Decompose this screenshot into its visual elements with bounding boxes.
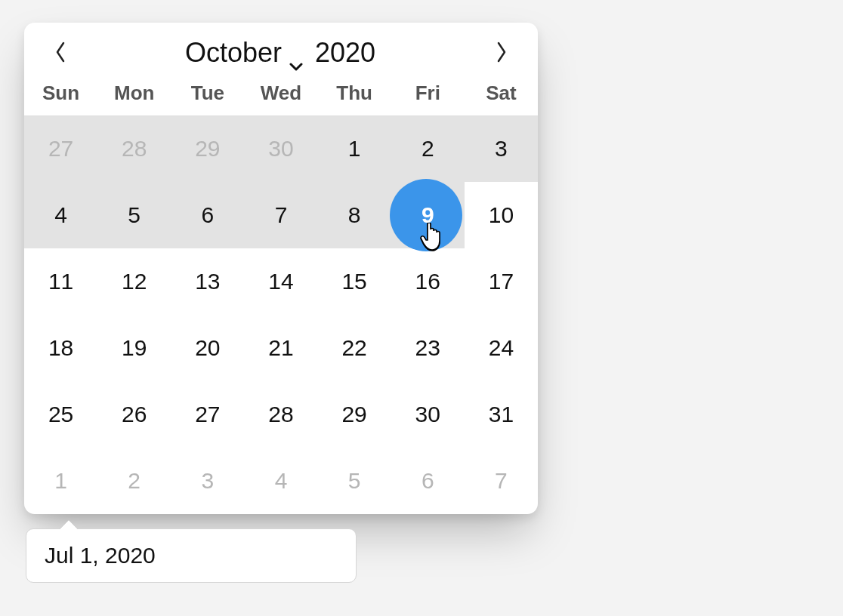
popover-arrow-icon <box>60 520 78 529</box>
day-cell[interactable]: 26 <box>97 381 171 448</box>
day-cell[interactable]: 21 <box>244 315 317 381</box>
next-month-button[interactable] <box>485 36 518 69</box>
day-cell[interactable]: 25 <box>24 381 97 448</box>
day-cell[interactable]: 3 <box>171 448 244 514</box>
day-cell[interactable]: 31 <box>465 381 538 448</box>
day-cell-range-end[interactable]: 9 <box>391 182 465 248</box>
calendar-grid: 27 28 29 30 1 2 3 4 5 6 7 8 9 10 11 12 1… <box>24 116 538 514</box>
day-cell[interactable]: 11 <box>24 248 97 315</box>
weekday-row: Sun Mon Tue Wed Thu Fri Sat <box>24 79 538 116</box>
day-cell[interactable]: 5 <box>318 448 391 514</box>
weekday-wed: Wed <box>244 82 317 105</box>
week-row: 4 5 6 7 8 9 10 <box>24 182 538 248</box>
svg-marker-0 <box>60 520 78 529</box>
year-label: 2020 <box>315 37 375 68</box>
weekday-sun: Sun <box>24 82 97 105</box>
week-row: 25 26 27 28 29 30 31 <box>24 381 538 448</box>
day-cell[interactable]: 4 <box>24 182 97 248</box>
day-cell[interactable]: 14 <box>244 248 317 315</box>
day-cell[interactable]: 12 <box>97 248 171 315</box>
calendar-header: October 2020 <box>24 23 538 79</box>
calendar-title: October 2020 <box>185 37 377 69</box>
day-cell[interactable]: 15 <box>318 248 391 315</box>
prev-month-button[interactable] <box>44 36 77 69</box>
day-cell[interactable]: 8 <box>318 182 391 248</box>
month-label: October <box>185 37 282 69</box>
weekday-mon: Mon <box>97 82 171 105</box>
day-cell[interactable]: 1 <box>318 116 391 182</box>
day-cell[interactable]: 17 <box>465 248 538 315</box>
weekday-fri: Fri <box>391 82 465 105</box>
day-cell[interactable]: 7 <box>465 448 538 514</box>
day-cell[interactable]: 28 <box>97 116 171 182</box>
day-cell[interactable]: 30 <box>391 381 465 448</box>
chevron-right-icon <box>495 41 508 66</box>
date-input-value: Jul 1, 2020 <box>45 543 156 568</box>
chevron-left-icon <box>54 41 67 66</box>
week-row: 27 28 29 30 1 2 3 <box>24 116 538 182</box>
year-select[interactable]: 2020 <box>313 37 377 69</box>
week-row: 18 19 20 21 22 23 24 <box>24 315 538 381</box>
day-cell[interactable]: 16 <box>391 248 465 315</box>
day-cell[interactable]: 24 <box>465 315 538 381</box>
day-cell[interactable]: 18 <box>24 315 97 381</box>
day-cell[interactable]: 6 <box>171 182 244 248</box>
chevron-down-icon <box>289 46 303 60</box>
day-cell[interactable]: 28 <box>244 381 317 448</box>
month-select[interactable]: October <box>185 37 303 69</box>
date-input[interactable]: Jul 1, 2020 <box>26 528 357 583</box>
day-cell[interactable]: 1 <box>24 448 97 514</box>
day-cell[interactable]: 2 <box>97 448 171 514</box>
week-row: 1 2 3 4 5 6 7 <box>24 448 538 514</box>
week-row: 11 12 13 14 15 16 17 <box>24 248 538 315</box>
day-cell[interactable]: 7 <box>244 182 317 248</box>
weekday-tue: Tue <box>171 82 244 105</box>
day-cell[interactable]: 19 <box>97 315 171 381</box>
day-cell[interactable]: 23 <box>391 315 465 381</box>
day-cell[interactable]: 3 <box>465 116 538 182</box>
weekday-thu: Thu <box>318 82 391 105</box>
day-cell[interactable]: 4 <box>244 448 317 514</box>
day-cell[interactable]: 5 <box>97 182 171 248</box>
weekday-sat: Sat <box>465 82 538 105</box>
day-cell[interactable]: 6 <box>391 448 465 514</box>
day-cell[interactable]: 30 <box>244 116 317 182</box>
day-cell[interactable]: 10 <box>465 182 538 248</box>
day-cell[interactable]: 27 <box>171 381 244 448</box>
day-cell[interactable]: 13 <box>171 248 244 315</box>
day-cell[interactable]: 29 <box>171 116 244 182</box>
day-cell[interactable]: 27 <box>24 116 97 182</box>
day-cell[interactable]: 29 <box>318 381 391 448</box>
date-picker-popover: October 2020 Sun Mon Tue Wed Thu Fri Sat… <box>24 23 538 514</box>
day-cell[interactable]: 2 <box>391 116 465 182</box>
day-cell[interactable]: 20 <box>171 315 244 381</box>
day-cell[interactable]: 22 <box>318 315 391 381</box>
